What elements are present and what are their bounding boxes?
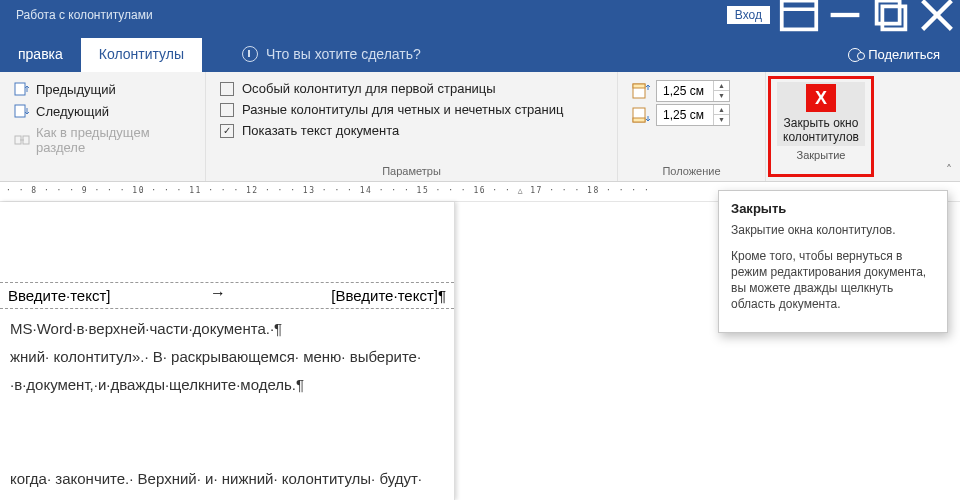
checkbox-show-document[interactable]: Показать текст документа <box>220 120 603 141</box>
link-to-previous-button: Как в предыдущем разделе <box>14 122 191 158</box>
document-body: MS·Word·в·верхней·части·документа.·¶ жни… <box>0 309 454 500</box>
share-icon <box>848 48 862 62</box>
svg-rect-3 <box>877 1 900 24</box>
previous-icon <box>14 81 30 97</box>
spin-down-icon[interactable]: ▼ <box>714 115 729 125</box>
checkbox-first-page[interactable]: Особый колонтитул для первой страницы <box>220 78 603 99</box>
spin-down-icon[interactable]: ▼ <box>714 91 729 101</box>
close-line2: колонтитулов <box>783 130 859 144</box>
group-position-label: Положение <box>632 163 751 177</box>
group-nav-label <box>14 163 191 177</box>
collapse-ribbon-icon[interactable]: ˄ <box>946 163 952 177</box>
tab-editing[interactable]: правка <box>0 38 81 72</box>
title-bar: Работа с колонтитулами Вход <box>0 0 960 30</box>
bulb-icon <box>242 46 258 62</box>
spinner-buttons[interactable]: ▲▼ <box>713 81 729 101</box>
tooltip: Закрыть Закрытие окна колонтитулов. Кром… <box>718 190 948 333</box>
odd-even-label: Разные колонтитулы для четных и нечетных… <box>242 102 563 117</box>
tooltip-title: Закрыть <box>731 201 935 216</box>
close-header-footer-button[interactable]: X Закрыть окно колонтитулов <box>777 82 865 146</box>
next-label: Следующий <box>36 104 109 119</box>
footer-from-bottom: ▲▼ <box>632 104 751 126</box>
header-top-input[interactable] <box>657 81 713 101</box>
tooltip-text: Закрытие окна колонтитулов. <box>731 222 935 238</box>
checkbox-icon <box>220 82 234 96</box>
next-icon <box>14 103 30 119</box>
svg-rect-4 <box>882 6 905 29</box>
checkbox-checked-icon <box>220 124 234 138</box>
body-line: ента.¶ <box>10 495 444 500</box>
svg-rect-15 <box>633 118 645 122</box>
svg-rect-7 <box>15 83 25 95</box>
sign-in-button[interactable]: Вход <box>727 6 770 24</box>
close-x-icon: X <box>806 84 836 112</box>
close-window-icon[interactable] <box>914 0 960 30</box>
header-position-icon <box>632 83 650 99</box>
ribbon-display-icon[interactable] <box>776 0 822 30</box>
first-page-label: Особый колонтитул для первой страницы <box>242 81 496 96</box>
checkbox-icon <box>220 103 234 117</box>
group-navigation: Предыдущий Следующий Как в предыдущем ра… <box>0 72 206 181</box>
ribbon: Предыдущий Следующий Как в предыдущем ра… <box>0 72 960 182</box>
show-doc-label: Показать текст документа <box>242 123 399 138</box>
tab-arrow-marker: → <box>210 284 226 302</box>
group-options: Особый колонтитул для первой страницы Ра… <box>206 72 618 181</box>
body-line: MS·Word·в·верхней·части·документа.·¶ <box>10 317 444 341</box>
spin-up-icon[interactable]: ▲ <box>714 81 729 91</box>
footer-position-icon <box>632 107 650 123</box>
checkbox-odd-even[interactable]: Разные колонтитулы для четных и нечетных… <box>220 99 603 120</box>
tell-me-search[interactable]: Что вы хотите сделать? <box>242 46 421 72</box>
svg-rect-8 <box>15 105 25 117</box>
header-left-placeholder[interactable]: Введите·текст] <box>8 287 110 304</box>
footer-bottom-spinner[interactable]: ▲▼ <box>656 104 730 126</box>
maximize-icon[interactable] <box>868 0 914 30</box>
spin-up-icon[interactable]: ▲ <box>714 105 729 115</box>
close-line1: Закрыть окно <box>784 116 859 130</box>
link-icon <box>14 132 30 148</box>
group-position: ▲▼ ▲▼ Положение <box>618 72 766 181</box>
group-close-label: Закрытие <box>797 149 846 161</box>
footer-bottom-input[interactable] <box>657 105 713 125</box>
page[interactable]: Введите·текст] [Введите·текст]¶ → MS·Wor… <box>0 202 455 500</box>
body-line: ·в·документ,·и·дважды·щелкните·модель.¶ <box>10 373 444 397</box>
group-options-label: Параметры <box>220 163 603 177</box>
body-line: когда· закончите.· Верхний· и· нижний· к… <box>10 467 444 491</box>
link-label: Как в предыдущем разделе <box>36 125 191 155</box>
tab-headers-footers[interactable]: Колонтитулы <box>81 38 202 72</box>
tell-me-placeholder: Что вы хотите сделать? <box>266 46 421 62</box>
page-header-region[interactable]: Введите·текст] [Введите·текст]¶ <box>0 282 454 309</box>
svg-rect-0 <box>782 1 817 30</box>
body-line: жний· колонтитул».· В· раскрывающемся· м… <box>10 345 444 369</box>
close-button-label: Закрыть окно колонтитулов <box>783 116 859 144</box>
next-section-button[interactable]: Следующий <box>14 100 191 122</box>
contextual-tab-label: Работа с колонтитулами <box>0 0 169 30</box>
previous-label: Предыдущий <box>36 82 116 97</box>
previous-section-button[interactable]: Предыдущий <box>14 78 191 100</box>
tooltip-text: Кроме того, чтобы вернуться в режим реда… <box>731 248 935 312</box>
minimize-icon[interactable] <box>822 0 868 30</box>
share-label: Поделиться <box>868 47 940 62</box>
svg-rect-13 <box>633 84 645 88</box>
group-close: X Закрыть окно колонтитулов Закрытие <box>768 76 874 177</box>
spinner-buttons[interactable]: ▲▼ <box>713 105 729 125</box>
header-right-placeholder[interactable]: [Введите·текст]¶ <box>331 287 446 304</box>
header-top-spinner[interactable]: ▲▼ <box>656 80 730 102</box>
share-button[interactable]: Поделиться <box>828 37 960 72</box>
header-from-top: ▲▼ <box>632 80 751 102</box>
